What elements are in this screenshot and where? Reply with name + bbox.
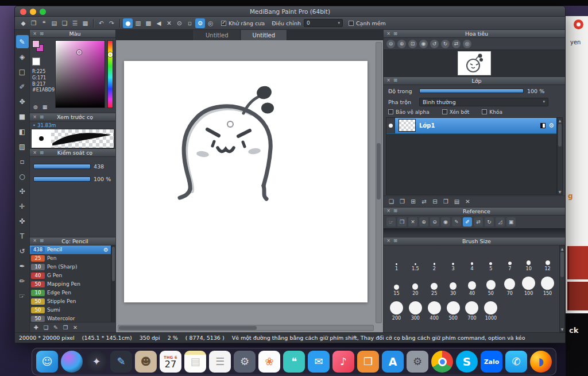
brush-size-option[interactable]: 30: [444, 273, 463, 296]
vertical-scrollbar[interactable]: [376, 42, 382, 323]
brush-size-option[interactable]: 2: [425, 248, 444, 271]
hand-icon[interactable]: ☞: [386, 217, 396, 227]
brush-size-option[interactable]: 4: [463, 248, 482, 271]
close-ref-icon[interactable]: ✕: [408, 217, 417, 227]
brush-size-option[interactable]: 5: [481, 248, 500, 271]
select-rect-icon[interactable]: ▫: [185, 18, 195, 28]
snap-left-icon[interactable]: ◀: [154, 18, 164, 28]
close-icon[interactable]: ×: [32, 239, 37, 243]
antialias-checkbox-group[interactable]: ✓ Khử răng cưa: [221, 20, 265, 26]
speech-bubble-icon[interactable]: ❝: [39, 18, 49, 28]
actual-size-icon[interactable]: ◉: [419, 40, 428, 48]
gear-icon[interactable]: ⚙: [548, 122, 554, 129]
brush-size-option[interactable]: 3: [444, 248, 463, 271]
vertical-scroll-thumb[interactable]: [377, 143, 381, 199]
hue-marker[interactable]: [108, 52, 113, 57]
duplicate-layer-icon[interactable]: ⊞: [409, 197, 417, 206]
popout-icon[interactable]: ⊞: [393, 239, 398, 243]
brush-size-scrollbar[interactable]: ▲ ▼: [559, 245, 565, 332]
page-icon[interactable]: ❏: [60, 18, 69, 28]
ref-zoom-in-icon[interactable]: ⊕: [419, 217, 428, 227]
ref-folder-icon[interactable]: ❒: [397, 217, 407, 227]
clipping-checkbox-group[interactable]: Xén bớt: [442, 109, 470, 115]
minimize-window-button[interactable]: [30, 9, 36, 15]
brush-settings-icon[interactable]: ⚙: [195, 18, 205, 28]
popout-icon[interactable]: ⊞: [39, 151, 44, 155]
rotate-canvas-icon[interactable]: ⊙: [175, 18, 184, 28]
layer-folder-icon[interactable]: ❒: [442, 197, 450, 206]
layer-opacity-slider[interactable]: [419, 89, 524, 93]
popout-icon[interactable]: ⊞: [39, 239, 44, 243]
add-folder-icon[interactable]: ❐: [398, 197, 407, 206]
ref-flip-icon[interactable]: ⇄: [474, 217, 483, 227]
brush-size-option[interactable]: 100: [519, 273, 538, 296]
scroll-down-arrow[interactable]: ▼: [561, 327, 564, 331]
gradient-icon[interactable]: ▥: [133, 18, 143, 28]
dock-app-store[interactable]: A: [382, 351, 404, 373]
close-icon[interactable]: ×: [386, 209, 391, 213]
tab-untitled-2[interactable]: Untitled: [241, 30, 288, 40]
palette-icon[interactable]: ▦: [41, 103, 48, 110]
horizontal-scroll-thumb[interactable]: [119, 326, 257, 330]
brush-list-item[interactable]: 50Mapping Pen: [30, 280, 111, 289]
close-icon[interactable]: ×: [386, 239, 391, 243]
brush-size-option[interactable]: 70: [500, 273, 519, 296]
dock-facetime[interactable]: ✆: [505, 351, 527, 373]
brush-list-item[interactable]: 438Pencil⚙: [30, 245, 111, 254]
list-icon[interactable]: ☰: [70, 18, 80, 28]
text-panel-icon[interactable]: ▤: [49, 18, 59, 28]
brush-tool[interactable]: ✐: [16, 80, 29, 93]
scroll-up-arrow[interactable]: ▲: [561, 247, 564, 251]
hand-tool[interactable]: ☞: [16, 289, 29, 302]
close-icon[interactable]: ×: [32, 32, 37, 36]
dock-calendar[interactable]: THG 627: [160, 351, 181, 373]
alpha-protect-checkbox-group[interactable]: Bảo vệ alpha: [388, 109, 430, 115]
layer-row[interactable]: Lớp1 ⚙: [386, 118, 556, 134]
blob-select-icon[interactable]: ◆: [18, 18, 28, 28]
saturation-value-picker[interactable]: [55, 40, 105, 108]
layer-thumbnail[interactable]: [399, 119, 416, 132]
dock-notes[interactable]: ▤: [184, 351, 206, 373]
scroll-up-arrow[interactable]: ▲: [559, 118, 562, 122]
zoom-window-button[interactable]: [40, 9, 46, 15]
pen-tool[interactable]: ✎: [16, 35, 29, 48]
brush-list-item[interactable]: 10Edge Pen: [30, 289, 111, 297]
dock-design-app[interactable]: ✎: [110, 351, 132, 373]
text-tool[interactable]: T: [16, 229, 29, 243]
brush-circle-icon[interactable]: ●: [123, 18, 133, 28]
dock-chrome[interactable]: [431, 351, 453, 373]
layer-scrollbar[interactable]: ▲ ▼: [557, 117, 563, 195]
gear-icon[interactable]: ⚙: [103, 247, 109, 253]
transfer-layer-icon[interactable]: ⇄: [420, 197, 428, 206]
brush-size-option[interactable]: 1000: [481, 298, 500, 321]
popout-icon[interactable]: ⊞: [39, 32, 44, 36]
dock-launchpad[interactable]: ✦: [86, 351, 107, 373]
dock-zalo[interactable]: Zalo: [481, 351, 502, 373]
secondary-color-swatch[interactable]: [32, 57, 40, 66]
eyedropper-tool[interactable]: ✜: [16, 214, 29, 228]
dock-firefox[interactable]: ◗: [530, 351, 552, 373]
softedge-checkbox[interactable]: [349, 21, 354, 26]
titlebar[interactable]: MediBang Paint Pro (64bit): [15, 6, 565, 17]
brush-size-slider[interactable]: [33, 164, 91, 169]
alpha-protect-checkbox[interactable]: [388, 109, 393, 114]
ref-zoom-out-icon[interactable]: ⊖: [430, 217, 439, 227]
gradient-tool[interactable]: ▨: [16, 140, 29, 153]
brush-size-option[interactable]: 40: [463, 273, 482, 296]
brush-size-option[interactable]: 200: [387, 298, 406, 321]
zoom-in-icon[interactable]: ⊕: [397, 40, 406, 48]
bucket-tool[interactable]: ◧: [16, 125, 29, 138]
layer-list-icon[interactable]: ▤: [452, 197, 461, 206]
ref-actual-icon[interactable]: ◉: [441, 217, 450, 227]
fit-window-icon[interactable]: ⊡: [408, 40, 417, 48]
blend-mode-select[interactable]: Bình thường ▾: [419, 98, 548, 106]
rotate-tool[interactable]: ↺: [16, 244, 29, 258]
duplicate-brush-icon[interactable]: ❏: [42, 324, 50, 332]
softedge-checkbox-group[interactable]: Cạnh mềm: [349, 20, 386, 26]
navigator-view[interactable]: [384, 49, 565, 76]
reset-view-icon[interactable]: ◎: [463, 40, 471, 48]
transform-icon[interactable]: ❐: [29, 18, 38, 28]
cross-snap-icon[interactable]: ✕: [164, 18, 174, 28]
canvas-page[interactable]: [124, 61, 368, 302]
ref-pick-icon[interactable]: ✐: [463, 217, 472, 227]
